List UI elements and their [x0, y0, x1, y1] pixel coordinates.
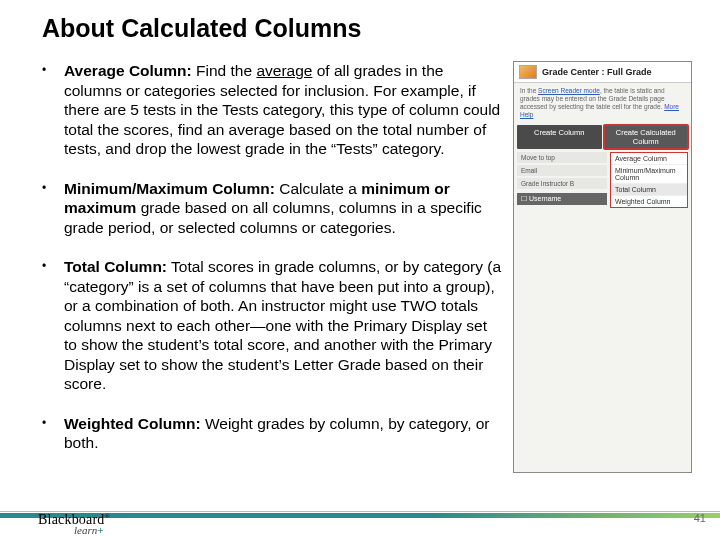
shot-side-item[interactable]: Grade Instructor B — [517, 178, 607, 189]
bullet-dot: • — [42, 61, 64, 159]
t: Find the — [192, 62, 257, 79]
bullet-body: Minimum/Maximum Column: Calculate a mini… — [64, 179, 501, 238]
shot-side-item[interactable]: Move to top — [517, 152, 607, 163]
calculated-column-menu: Average Column Minimum/Maximum Column To… — [610, 152, 688, 208]
menu-item-weighted[interactable]: Weighted Column — [611, 196, 687, 207]
t: Total scores in grade columns, or by cat… — [64, 258, 501, 392]
bullet-label: Total Column: — [64, 258, 167, 275]
bullet-label: Average Column: — [64, 62, 192, 79]
list-item: • Total Column: Total scores in grade co… — [42, 257, 501, 394]
t: In the — [520, 87, 538, 94]
list-item: • Minimum/Maximum Column: Calculate a mi… — [42, 179, 501, 238]
bullet-body: Average Column: Find the average of all … — [64, 61, 501, 159]
menu-item-average[interactable]: Average Column — [611, 153, 687, 165]
list-item: • Weighted Column: Weight grades by colu… — [42, 414, 501, 453]
shot-blurb: In the Screen Reader mode, the table is … — [514, 83, 691, 125]
text-column: • Average Column: Find the average of al… — [42, 61, 501, 473]
bullet-body: Weighted Column: Weight grades by column… — [64, 414, 501, 453]
shot-lower-left: Move to top Email Grade Instructor B Use… — [517, 152, 607, 208]
content-row: • Average Column: Find the average of al… — [42, 61, 692, 473]
footer: Blackboard® learn+ 41 — [0, 484, 720, 540]
trademark-icon: ® — [105, 512, 111, 520]
bullet-dot: • — [42, 414, 64, 453]
underlined: average — [256, 62, 312, 79]
grade-center-screenshot: Grade Center : Full Grade In the Screen … — [513, 61, 692, 473]
bullet-dot: • — [42, 257, 64, 394]
menu-item-total[interactable]: Total Column — [611, 184, 687, 196]
shot-username-header[interactable]: Username — [517, 193, 607, 205]
shot-side-list: Move to top Email Grade Instructor B — [517, 152, 607, 189]
logo-sub-text: learn — [74, 524, 97, 536]
menu-item-minmax[interactable]: Minimum/Maximum Column — [611, 165, 687, 184]
create-column-button[interactable]: Create Column — [517, 125, 602, 149]
plus-icon: + — [97, 524, 103, 536]
bullet-body: Total Column: Total scores in grade colu… — [64, 257, 501, 394]
shot-logo-icon — [519, 65, 537, 79]
blackboard-logo: Blackboard® learn+ — [38, 513, 110, 536]
page-number: 41 — [694, 512, 706, 524]
list-item: • Average Column: Find the average of al… — [42, 61, 501, 159]
t: Calculate a — [275, 180, 361, 197]
page-title: About Calculated Columns — [42, 14, 692, 43]
bullet-label: Minimum/Maximum Column: — [64, 180, 275, 197]
create-calculated-column-button[interactable]: Create Calculated Column — [604, 125, 689, 149]
bullet-dot: • — [42, 179, 64, 238]
bullet-list: • Average Column: Find the average of al… — [42, 61, 501, 453]
shot-lower: Move to top Email Grade Instructor B Use… — [514, 149, 691, 211]
shot-header: Grade Center : Full Grade — [514, 62, 691, 83]
shot-side-item[interactable]: Email — [517, 165, 607, 176]
shot-header-title: Grade Center : Full Grade — [542, 67, 652, 77]
shot-button-row: Create Column Create Calculated Column — [514, 125, 691, 149]
bullet-label: Weighted Column: — [64, 415, 201, 432]
shot-link[interactable]: Screen Reader mode — [538, 87, 600, 94]
